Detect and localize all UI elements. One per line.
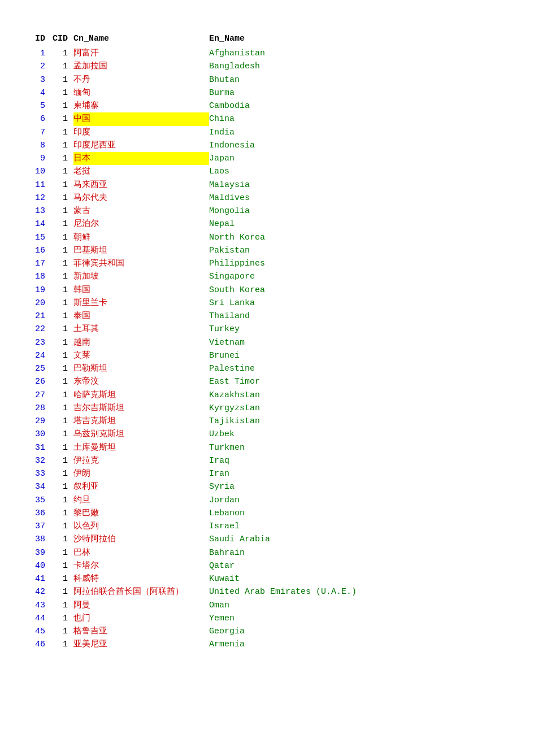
cell-en-name: North Korea <box>209 231 511 244</box>
table-row: 421阿拉伯联合酋长国（阿联酋）United Arab Emirates (U.… <box>23 585 511 598</box>
cell-en-name: Yemen <box>209 612 511 625</box>
cell-id: 5 <box>23 99 51 112</box>
table-row: 261东帝汶East Timor <box>23 375 511 388</box>
cell-cn-name: 也门 <box>73 612 209 625</box>
cell-en-name: Lebanon <box>209 507 511 520</box>
table-row: 371以色列Israel <box>23 520 511 533</box>
cell-cn-name: 吉尔吉斯斯坦 <box>73 402 209 415</box>
table-row: 91日本Japan <box>23 152 511 165</box>
table-row: 311土库曼斯坦Turkmen <box>23 441 511 454</box>
cell-en-name: Singapore <box>209 270 511 283</box>
table-row: 31不丹Bhutan <box>23 73 511 86</box>
cell-id: 33 <box>23 467 51 480</box>
cell-id: 31 <box>23 441 51 454</box>
table-row: 141尼泊尔Nepal <box>23 218 511 231</box>
table-row: 341叙利亚Syria <box>23 480 511 493</box>
cell-cid: 1 <box>51 428 73 441</box>
cell-en-name: Brunei <box>209 349 511 362</box>
cell-en-name: Uzbek <box>209 428 511 441</box>
cell-id: 24 <box>23 349 51 362</box>
table-row: 301乌兹别克斯坦Uzbek <box>23 428 511 441</box>
cell-id: 29 <box>23 415 51 428</box>
cell-en-name: Palestine <box>209 362 511 375</box>
cell-cid: 1 <box>51 192 73 205</box>
cell-cid: 1 <box>51 47 73 60</box>
table-row: 441也门Yemen <box>23 612 511 625</box>
cell-cn-name: 塔吉克斯坦 <box>73 415 209 428</box>
cell-cn-name: 黎巴嫩 <box>73 507 209 520</box>
cell-en-name: Kazakhstan <box>209 389 511 402</box>
cell-id: 41 <box>23 572 51 585</box>
cell-cid: 1 <box>51 336 73 349</box>
cell-cid: 1 <box>51 362 73 375</box>
table-row: 21孟加拉国Bangladesh <box>23 60 511 73</box>
cell-cn-name: 印度 <box>73 126 209 139</box>
cell-en-name: Oman <box>209 599 511 612</box>
cell-cn-name: 尼泊尔 <box>73 218 209 231</box>
cell-id: 32 <box>23 454 51 467</box>
cell-cn-name: 柬埔寨 <box>73 99 209 112</box>
cell-en-name: Bangladesh <box>209 60 511 73</box>
cell-id: 40 <box>23 559 51 572</box>
cell-cid: 1 <box>51 270 73 283</box>
table-header: ID CID Cn_Name En_Name <box>23 34 511 44</box>
cell-en-name: East Timor <box>209 375 511 388</box>
table-row: 161巴基斯坦Pakistan <box>23 244 511 257</box>
cell-id: 20 <box>23 297 51 310</box>
cell-id: 42 <box>23 585 51 598</box>
cell-en-name: Iran <box>209 467 511 480</box>
cell-cid: 1 <box>51 441 73 454</box>
cell-id: 7 <box>23 126 51 139</box>
cell-en-name: Malaysia <box>209 179 511 192</box>
cell-en-name: Bhutan <box>209 73 511 86</box>
cell-cn-name: 亚美尼亚 <box>73 638 209 651</box>
table-row: 381沙特阿拉伯Saudi Arabia <box>23 533 511 546</box>
cell-id: 8 <box>23 139 51 152</box>
cell-en-name: Israel <box>209 520 511 533</box>
cell-cn-name: 菲律宾共和国 <box>73 257 209 270</box>
cell-id: 35 <box>23 494 51 507</box>
cell-cn-name: 叙利亚 <box>73 480 209 493</box>
cell-id: 44 <box>23 612 51 625</box>
table-row: 151朝鲜North Korea <box>23 231 511 244</box>
cell-cn-name: 阿曼 <box>73 599 209 612</box>
cell-id: 14 <box>23 218 51 231</box>
cell-cn-name: 日本 <box>73 152 209 165</box>
cell-cid: 1 <box>51 231 73 244</box>
cell-cn-name: 朝鲜 <box>73 231 209 244</box>
cell-cid: 1 <box>51 454 73 467</box>
cell-cn-name: 韩国 <box>73 284 209 297</box>
cell-id: 23 <box>23 336 51 349</box>
table-row: 271哈萨克斯坦Kazakhstan <box>23 389 511 402</box>
cell-cid: 1 <box>51 257 73 270</box>
cell-cid: 1 <box>51 60 73 73</box>
cell-id: 13 <box>23 205 51 218</box>
table-row: 221土耳其Turkey <box>23 323 511 336</box>
cell-id: 3 <box>23 73 51 86</box>
table-row: 41缅甸Burma <box>23 86 511 99</box>
cell-en-name: Iraq <box>209 454 511 467</box>
cell-en-name: Maldives <box>209 192 511 205</box>
cell-cn-name: 斯里兰卡 <box>73 297 209 310</box>
table-row: 81印度尼西亚Indonesia <box>23 139 511 152</box>
cell-en-name: Mongolia <box>209 205 511 218</box>
cell-id: 9 <box>23 152 51 165</box>
cell-cid: 1 <box>51 546 73 559</box>
cell-cn-name: 孟加拉国 <box>73 60 209 73</box>
cell-cid: 1 <box>51 152 73 165</box>
table-row: 431阿曼Oman <box>23 599 511 612</box>
cell-cid: 1 <box>51 244 73 257</box>
cell-cid: 1 <box>51 139 73 152</box>
cell-cid: 1 <box>51 323 73 336</box>
cell-cid: 1 <box>51 533 73 546</box>
cell-id: 39 <box>23 546 51 559</box>
cell-cn-name: 马尔代夫 <box>73 192 209 205</box>
cell-cid: 1 <box>51 559 73 572</box>
cell-en-name: Nepal <box>209 218 511 231</box>
cell-cn-name: 土耳其 <box>73 323 209 336</box>
cell-cid: 1 <box>51 494 73 507</box>
cell-cid: 1 <box>51 205 73 218</box>
cell-cn-name: 蒙古 <box>73 205 209 218</box>
cell-en-name: Philippines <box>209 257 511 270</box>
cell-en-name: Pakistan <box>209 244 511 257</box>
